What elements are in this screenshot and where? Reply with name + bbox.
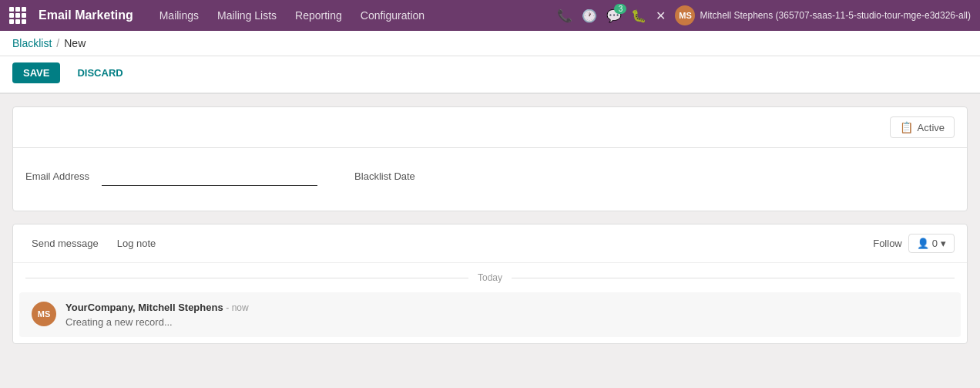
form-card-body: Email Address Blacklist Date	[13, 148, 967, 211]
status-badge[interactable]: 📋 Active	[890, 116, 955, 138]
message-content: YourCompany, Mitchell Stephens - now Cre…	[65, 302, 948, 328]
send-message-button[interactable]: Send message	[25, 234, 105, 252]
form-card: 📋 Active Email Address Blacklist Date	[12, 106, 968, 211]
breadcrumb: Blacklist / New	[12, 37, 86, 49]
message-author: YourCompany, Mitchell Stephens	[65, 302, 223, 313]
chatter: Send message Log note Follow 👤 0 ▾ Today…	[12, 224, 968, 344]
breadcrumb-separator: /	[56, 37, 59, 49]
followers-count: 0	[932, 238, 938, 249]
email-label: Email Address	[25, 170, 89, 182]
today-label: Today	[478, 272, 502, 283]
chatter-follow: Follow 👤 0 ▾	[873, 234, 955, 253]
user-name: Mitchell Stephens (365707-saas-11-5-stud…	[700, 10, 971, 21]
bug-icon[interactable]: 🐛	[631, 8, 646, 23]
avatar: MS	[675, 5, 695, 25]
breadcrumb-parent[interactable]: Blacklist	[12, 37, 52, 49]
apps-icon[interactable]	[9, 7, 26, 24]
close-icon[interactable]: ✕	[656, 8, 666, 23]
topbar: Email Marketing Mailings Mailing Lists R…	[0, 0, 980, 31]
discard-button[interactable]: DISCARD	[66, 62, 133, 83]
action-bar: SAVE DISCARD	[0, 56, 980, 93]
followers-icon: 👤	[917, 238, 929, 249]
clock-icon[interactable]: 🕐	[582, 8, 597, 23]
nav-configuration[interactable]: Configuration	[353, 6, 432, 25]
form-card-header: 📋 Active	[13, 107, 967, 148]
followers-button[interactable]: 👤 0 ▾	[908, 234, 955, 253]
user-menu[interactable]: MS Mitchell Stephens (365707-saas-11-5-s…	[675, 5, 971, 25]
message-time: - now	[226, 302, 248, 313]
topbar-icons: 📞 🕐 💬 3 🐛 ✕ MS Mitchell Stephens (365707…	[557, 5, 971, 25]
blacklist-date-field-group: Blacklist Date	[354, 170, 415, 182]
status-label: Active	[918, 122, 945, 133]
chatter-actions: Send message Log note Follow 👤 0 ▾	[13, 224, 967, 263]
breadcrumb-current: New	[64, 37, 86, 49]
message-item: MS YourCompany, Mitchell Stephens - now …	[19, 292, 961, 337]
nav-reporting[interactable]: Reporting	[287, 6, 350, 25]
phone-icon[interactable]: 📞	[557, 8, 572, 23]
status-icon: 📋	[900, 121, 913, 133]
message-header: YourCompany, Mitchell Stephens - now	[65, 302, 948, 313]
email-field-group: Email Address	[25, 167, 317, 186]
chat-icon[interactable]: 💬 3	[606, 8, 622, 23]
form-row: Email Address Blacklist Date	[25, 167, 955, 186]
main-nav: Mailings Mailing Lists Reporting Configu…	[152, 6, 432, 25]
message-avatar: MS	[32, 302, 56, 326]
divider-line-left	[25, 278, 468, 278]
chat-badge: 3	[614, 4, 626, 14]
blacklist-date-label: Blacklist Date	[354, 170, 415, 182]
today-divider: Today	[13, 263, 967, 292]
message-body: Creating a new record...	[65, 316, 948, 328]
followers-chevron: ▾	[941, 238, 946, 249]
log-note-button[interactable]: Log note	[111, 234, 163, 252]
breadcrumb-bar: Blacklist / New	[0, 31, 980, 56]
follow-button[interactable]: Follow	[873, 238, 902, 249]
save-button[interactable]: SAVE	[12, 62, 60, 83]
email-input[interactable]	[102, 167, 317, 186]
nav-mailing-lists[interactable]: Mailing Lists	[210, 6, 284, 25]
divider-line-right	[512, 278, 955, 278]
app-title: Email Marketing	[39, 8, 133, 22]
nav-mailings[interactable]: Mailings	[152, 6, 206, 25]
